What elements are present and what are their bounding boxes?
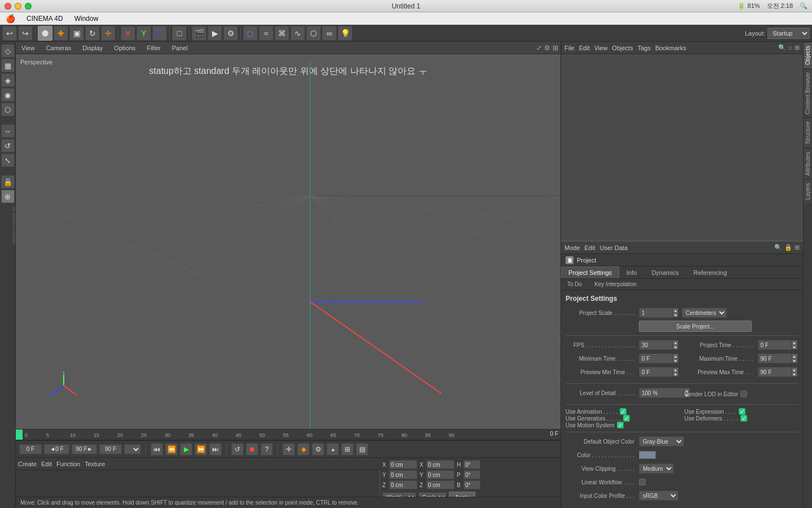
x2-pos-input[interactable]	[426, 460, 454, 469]
x-pos-input[interactable]	[389, 460, 417, 469]
play-forward-btn[interactable]: ▶	[180, 443, 192, 456]
anim-grid-btn[interactable]: ⊞	[341, 443, 354, 456]
p-rot-input[interactable]	[464, 470, 480, 479]
render-lod-checkbox[interactable]	[740, 391, 747, 397]
obj-home-icon[interactable]: ⌂	[788, 44, 792, 51]
z2-pos-input[interactable]	[426, 480, 454, 489]
input-color-select[interactable]: sRGB Linear	[639, 491, 678, 501]
move-playback-btn[interactable]: ✛	[283, 443, 295, 456]
point-mode[interactable]: ◈	[1, 73, 15, 87]
lod-input[interactable]	[639, 388, 684, 398]
y2-pos-input[interactable]	[426, 470, 454, 479]
attr-lock-icon[interactable]: 🔒	[784, 244, 792, 251]
object-tool[interactable]: □	[172, 26, 187, 41]
y-pos-input[interactable]	[389, 470, 417, 479]
viewport-tab-cameras[interactable]: Cameras	[43, 43, 75, 52]
light-tool[interactable]: 💡	[338, 26, 352, 41]
project-scale-unit-select[interactable]: Centimeters Meters Inches	[682, 308, 727, 318]
material-texture[interactable]: Texture	[85, 461, 105, 467]
rotate-tool-left[interactable]: ↺	[1, 139, 15, 152]
y-axis-btn[interactable]: Y	[136, 26, 151, 41]
project-scale-spinner[interactable]: ▲ ▼	[673, 308, 679, 317]
project-scale-input[interactable]	[639, 308, 673, 318]
help-btn[interactable]: ?	[261, 443, 273, 456]
attr-mode-menu[interactable]: Mode	[564, 244, 580, 251]
window-controls[interactable]	[5, 3, 32, 10]
deform-tool[interactable]: ⌘	[275, 26, 289, 41]
use-deformers-checkbox[interactable]: ✓	[740, 415, 747, 422]
h-rot-input[interactable]	[464, 460, 480, 469]
z-pos-input[interactable]	[389, 480, 417, 489]
min-time-spinner[interactable]: ▲ ▼	[673, 354, 679, 363]
tab2-todo[interactable]: To Do	[561, 279, 588, 290]
texture-mode[interactable]: ⬡	[1, 103, 15, 116]
snap-tool[interactable]: 🔒	[1, 175, 15, 189]
default-color-select[interactable]: Gray-Blue Red Green	[639, 436, 684, 446]
spline-tool[interactable]: ∿	[290, 26, 305, 41]
tab-dynamics[interactable]: Dynamics	[644, 266, 686, 278]
tab-info[interactable]: Info	[619, 266, 644, 278]
far-tab-layers[interactable]: Layers	[804, 179, 812, 203]
box-tool[interactable]: ▣	[69, 26, 84, 41]
use-animation-checkbox[interactable]: ✓	[620, 408, 626, 415]
step-forward-btn[interactable]: ⏩	[195, 443, 207, 456]
preview-max-input[interactable]	[758, 367, 792, 377]
z-axis-btn[interactable]: Z	[152, 26, 167, 41]
redo-icon[interactable]: ↪	[18, 26, 33, 41]
viewport-icon-maximize[interactable]: ⊞	[553, 44, 558, 52]
x-axis-btn[interactable]: ✕	[121, 26, 135, 41]
project-time-input[interactable]	[758, 340, 792, 350]
nurbs-tool[interactable]: ≈	[259, 26, 273, 41]
color-swatch[interactable]	[639, 451, 656, 459]
obj-search-icon[interactable]: 🔍	[778, 44, 786, 51]
far-tab-attributes[interactable]: Attributes	[804, 148, 812, 179]
use-expression-checkbox[interactable]: ✓	[739, 408, 745, 415]
material-edit[interactable]: Edit	[41, 461, 52, 467]
far-tab-content-browser[interactable]: Content Browser	[804, 68, 812, 117]
min-time-input[interactable]	[639, 353, 673, 364]
material-create[interactable]: Create	[18, 461, 37, 467]
preview-min-input[interactable]	[639, 367, 673, 377]
viewport-tab-filter[interactable]: Filter	[143, 43, 164, 52]
preview-min-spinner[interactable]: ▲ ▼	[673, 367, 679, 376]
viewport-icon-settings[interactable]: ⚙	[544, 44, 550, 52]
undo-icon[interactable]: ↩	[2, 26, 17, 41]
scale-project-button[interactable]: Scale Project...	[639, 321, 752, 332]
linear-workflow-checkbox[interactable]	[639, 479, 646, 485]
go-start-btn[interactable]: ⏮	[151, 443, 163, 456]
obj-view-menu[interactable]: View	[594, 45, 608, 51]
b-rot-input[interactable]	[464, 480, 480, 489]
obj-bookmarks-menu[interactable]: Bookmarks	[655, 45, 686, 51]
layout-select[interactable]: Startup Standard	[767, 28, 810, 39]
select-tool[interactable]: ⬤	[38, 26, 52, 41]
timeline-layout-btn[interactable]: ▤	[356, 443, 368, 456]
add-tool[interactable]: ✚	[54, 26, 68, 41]
obj-expand-icon[interactable]: ⊞	[795, 44, 800, 51]
menu-cinema4d[interactable]: CINEMA 4D	[21, 12, 69, 25]
move-tool-left[interactable]: ↔	[1, 124, 15, 138]
obj-objects-menu[interactable]: Objects	[612, 45, 633, 51]
attr-userdata-menu[interactable]: User Data	[600, 244, 628, 251]
tab-project-settings[interactable]: Project Settings	[561, 266, 619, 278]
viewport-3d[interactable]: Perspective statup하고 standard 두개 레이아웃만 위…	[16, 54, 561, 429]
rotate-tool[interactable]: ↻	[85, 26, 100, 41]
attr-edit-menu[interactable]: Edit	[585, 244, 595, 251]
preview-max-spinner[interactable]: ▲ ▼	[792, 367, 798, 376]
loop-btn[interactable]: ↺	[231, 443, 244, 456]
search-icon[interactable]: 🔍	[800, 2, 807, 10]
obj-tags-menu[interactable]: Tags	[638, 45, 651, 51]
viewport-tab-options[interactable]: Options	[111, 43, 139, 52]
tab-referencing[interactable]: Referencing	[686, 266, 734, 278]
view-clipping-select[interactable]: Medium Small Large	[639, 463, 674, 474]
start-frame-input[interactable]	[44, 444, 69, 454]
attr-search-icon[interactable]: 🔍	[774, 244, 782, 251]
render-settings[interactable]: ⚙	[223, 26, 238, 41]
maximize-button[interactable]	[25, 3, 32, 10]
close-button[interactable]	[5, 3, 11, 10]
far-tab-objects[interactable]: Objects	[804, 42, 812, 68]
auto-key-btn[interactable]: ⚙	[312, 443, 324, 456]
minimize-button[interactable]	[15, 3, 21, 10]
obj-file-menu[interactable]: File	[564, 45, 575, 51]
cube-tool[interactable]: ◻	[243, 26, 258, 41]
scene-tool[interactable]: ∞	[322, 26, 337, 41]
